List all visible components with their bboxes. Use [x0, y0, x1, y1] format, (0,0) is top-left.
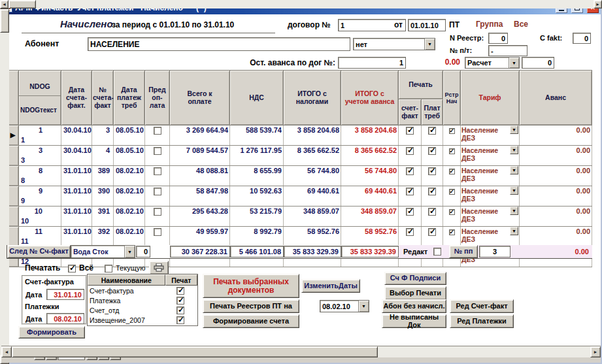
col-header-total-advance[interactable]: ИТОГО с учетом аванса [341, 71, 399, 125]
print-payment-checkbox[interactable] [428, 167, 436, 175]
total-tax-cell[interactable]: 58 952.76 [284, 227, 341, 247]
print-current-checkbox[interactable] [105, 265, 112, 273]
tariff-cell[interactable]: Население▼ДЕЗ [461, 227, 520, 247]
abonent-combo[interactable]: нет ▼ [353, 38, 435, 50]
prepay-checkbox[interactable] [154, 147, 161, 155]
scroll-left-arrow[interactable]: ◄ [0, 0, 8, 8]
col-header-print-payment[interactable]: Плат треб [422, 99, 443, 125]
total-advance-cell[interactable]: 8 365 662.52 [341, 146, 399, 166]
total-cell[interactable]: 295 643.28 [170, 207, 230, 227]
rstr-checkbox[interactable] [449, 189, 455, 195]
total-tax-cell[interactable]: 348 859.07 [284, 207, 341, 227]
total-cell[interactable]: 3 269 664.94 [170, 125, 230, 146]
chevron-down-icon[interactable]: ▼ [509, 58, 519, 68]
doc-print-checkbox[interactable] [176, 316, 184, 324]
print-invoice-checkbox[interactable] [406, 228, 414, 236]
col-header-vat[interactable]: НДС [230, 71, 284, 125]
col-header-print-invoice[interactable]: счет- факт [399, 99, 422, 125]
invoice-date-field[interactable]: 31.01.10 [46, 289, 84, 300]
invoice-no-cell[interactable]: 4 [92, 146, 114, 166]
total-advance-cell[interactable]: 58 952.76 [341, 227, 399, 247]
register-date-combo[interactable]: 08.02.10 ▼ [320, 300, 369, 312]
chevron-down-icon[interactable]: ▼ [510, 125, 518, 134]
ndog-cell[interactable]: 33 [19, 146, 61, 166]
chevron-down-icon[interactable]: ▼ [510, 146, 518, 154]
scroll-right-arrow[interactable]: ► [590, 346, 601, 357]
col-header-total-tax[interactable]: ИТОГО с налогами [284, 71, 341, 125]
advance-cell[interactable]: 0.00 [520, 227, 592, 247]
rstr-checkbox[interactable] [449, 128, 455, 134]
advance-cell[interactable]: 0.00 [520, 166, 592, 186]
change-dates-button[interactable]: ИзменитьДаты [301, 279, 360, 293]
col-header-ndog[interactable]: NDOG NDOGтекст [19, 71, 61, 125]
scroll-left-arrow[interactable]: ◄ [1, 346, 12, 357]
rstr-checkbox[interactable] [449, 169, 455, 174]
total-cell[interactable]: 7 089 544.57 [170, 146, 230, 166]
ndog-cell[interactable]: 1010 [19, 207, 61, 227]
invoice-signatures-button[interactable]: Сч Ф Подписи [384, 272, 446, 285]
scroll-right-arrow[interactable]: ► [594, 0, 602, 8]
raschet-count-field[interactable]: 0 [522, 57, 554, 69]
invoice-date-cell[interactable]: 31.01.10 [61, 207, 92, 227]
col-header-payment-date[interactable]: Дата платеж треб [114, 71, 145, 125]
doc-list-item[interactable]: Платежка [88, 295, 197, 305]
col-header-prepay[interactable]: Пред оп- лата [145, 71, 170, 125]
chevron-down-icon[interactable]: ▼ [358, 301, 369, 312]
npp-button[interactable]: № пп [449, 245, 478, 258]
vscroll-thumb[interactable] [0, 9, 9, 33]
payment-date-cell[interactable]: 08.02.10 [114, 207, 145, 227]
total-advance-cell[interactable]: 3 858 204.68 [341, 125, 399, 146]
printer-button[interactable] [149, 261, 169, 274]
ndog-cell[interactable]: 11 [19, 125, 61, 146]
redakt-checkbox[interactable] [433, 248, 441, 256]
invoice-no-cell[interactable]: 391 [92, 207, 114, 227]
invoice-date-cell[interactable]: 31.01.10 [61, 186, 92, 207]
n-reestr-field[interactable]: 0 [488, 33, 508, 44]
payments-date-field[interactable]: 08.02.10 [46, 313, 84, 324]
print-registers-button[interactable]: Печать Реестров ПТ на [203, 299, 299, 313]
invoice-date-cell[interactable]: 31.01.10 [61, 227, 92, 247]
chevron-down-icon[interactable]: ▼ [510, 207, 518, 215]
total-tax-cell[interactable]: 8 365 662.52 [284, 146, 341, 166]
print-invoice-checkbox[interactable] [406, 188, 414, 195]
chevron-down-icon[interactable]: ▼ [510, 227, 518, 235]
prepay-checkbox[interactable] [154, 228, 161, 236]
print-payment-checkbox[interactable] [428, 127, 436, 135]
dogovor-date-field[interactable]: 01.01.10 [408, 19, 446, 31]
invoice-date-cell[interactable]: 30.04.10 [61, 125, 92, 146]
doc-print-checkbox[interactable] [176, 306, 184, 314]
rstr-checkbox[interactable] [449, 209, 455, 215]
ndog-cell[interactable]: 88 [19, 166, 61, 186]
vscroll-track[interactable] [0, 9, 9, 355]
payment-date-cell[interactable]: 08.05.10 [114, 146, 145, 166]
voda-stok-count-field[interactable]: 0 [136, 246, 150, 257]
doc-print-checkbox[interactable] [176, 297, 184, 305]
payment-date-cell[interactable]: 08.02.10 [114, 166, 145, 186]
not-issued-docs-button[interactable]: Не выписаны Док [382, 314, 446, 328]
print-payment-checkbox[interactable] [428, 147, 436, 155]
advance-cell[interactable]: 0.00 [520, 186, 592, 207]
form-hscrollbar[interactable]: ◄ ► [1, 346, 432, 357]
print-invoice-checkbox[interactable] [406, 208, 414, 216]
payment-date-cell[interactable]: 08.05.10 [114, 125, 145, 146]
invoice-date-cell[interactable]: 30.04.10 [61, 146, 92, 166]
invoice-no-cell[interactable]: 392 [92, 227, 114, 247]
tariff-cell[interactable]: Население▼ДЕЗ [461, 125, 520, 146]
doc-print-checkbox[interactable] [176, 287, 184, 295]
invoice-date-cell[interactable]: 31.01.10 [61, 166, 92, 186]
vat-cell[interactable]: 8 992.79 [230, 227, 284, 247]
vat-cell[interactable]: 53 215.79 [230, 207, 284, 227]
invoice-no-cell[interactable]: 389 [92, 166, 114, 186]
tariff-cell[interactable]: Население▼ДЕЗ [461, 166, 520, 186]
abonent-field[interactable]: НАСЕЛЕНИЕ [88, 37, 350, 51]
col-header-invoice-no[interactable]: № счета- факт [92, 71, 114, 125]
doc-list-item[interactable]: Счет-фактура [88, 286, 197, 295]
ndog-cell[interactable]: 1111 [19, 227, 61, 247]
rstr-checkbox[interactable] [449, 229, 455, 235]
doc-list-item[interactable]: Извещение_2007 [88, 315, 197, 325]
total-advance-cell[interactable]: 348 859.07 [341, 207, 399, 227]
print-invoice-checkbox[interactable] [406, 127, 414, 135]
invoice-no-cell[interactable]: 3 [92, 125, 114, 146]
abon-no-accrual-button[interactable]: Абон без начисл. [382, 299, 446, 313]
chevron-down-icon[interactable]: ▼ [510, 166, 518, 174]
